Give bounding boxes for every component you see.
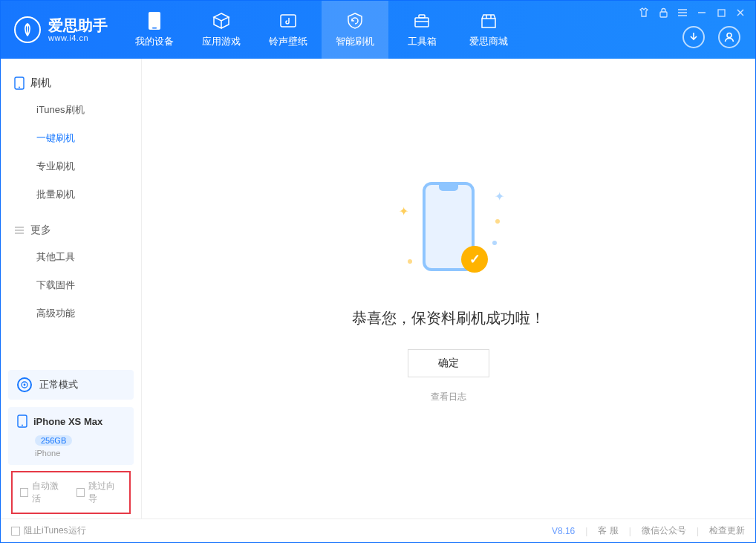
header-actions (682, 26, 740, 48)
checkbox-block-itunes[interactable]: 阻止iTunes运行 (11, 524, 86, 537)
sidebar-section-flash: 刷机 (1, 69, 141, 96)
sidebar-item-oneclick-flash[interactable]: 一键刷机 (1, 124, 141, 152)
version-label: V8.16 (552, 526, 575, 536)
svg-point-0 (26, 25, 28, 27)
footer-link-wechat[interactable]: 微信公众号 (642, 524, 686, 537)
footer-link-update[interactable]: 检查更新 (709, 524, 745, 537)
dot-icon (408, 259, 412, 264)
window-controls (638, 7, 746, 19)
download-button[interactable] (682, 26, 705, 48)
ok-button[interactable]: 确定 (408, 349, 489, 377)
checkbox-skip-guide[interactable]: 跳过向导 (76, 480, 123, 505)
sidebar-section-more: 更多 (1, 216, 141, 243)
svg-rect-2 (152, 27, 157, 29)
nav-tab-store[interactable]: 爱思商城 (455, 1, 522, 59)
nav-tab-my-device[interactable]: 我的设备 (121, 1, 188, 59)
mode-icon (17, 377, 32, 392)
nav-tab-apps[interactable]: 应用游戏 (188, 1, 255, 59)
maximize-button[interactable] (715, 7, 727, 19)
close-button[interactable] (734, 7, 746, 19)
svg-rect-1 (149, 12, 160, 30)
nav-tab-ringtones[interactable]: 铃声壁纸 (255, 1, 322, 59)
app-header: 爱思助手 www.i4.cn 我的设备 应用游戏 铃声壁纸 智能刷机 (1, 1, 755, 59)
app-url: www.i4.cn (48, 33, 108, 42)
nav-tab-flash[interactable]: 智能刷机 (322, 1, 388, 59)
checkbox-box-icon (11, 527, 20, 536)
svg-rect-3 (281, 15, 296, 27)
nav-tabs: 我的设备 应用游戏 铃声壁纸 智能刷机 工具箱 爱思商城 (121, 1, 522, 59)
mode-card[interactable]: 正常模式 (8, 370, 134, 400)
toolbox-icon (412, 11, 431, 30)
checkbox-box-icon (20, 488, 28, 497)
cube-icon (212, 11, 231, 30)
sidebar: 刷机 iTunes刷机 一键刷机 专业刷机 批量刷机 更多 其他工具 下载固件 … (1, 59, 142, 518)
shirt-icon[interactable] (638, 7, 650, 19)
sparkle-icon: ✦ (495, 189, 504, 204)
svg-point-17 (727, 33, 731, 38)
view-log-link[interactable]: 查看日志 (431, 391, 466, 403)
phone-icon (14, 77, 25, 90)
store-icon (479, 11, 498, 30)
main-content: ✦ ✦ ✓ 恭喜您，保资料刷机成功啦！ 确定 查看日志 (142, 59, 755, 518)
dot-icon (492, 241, 497, 245)
success-illustration: ✦ ✦ ✓ (393, 175, 504, 286)
highlighted-checkbox-row: 自动激活 跳过向导 (11, 471, 131, 514)
device-icon (145, 11, 164, 30)
footer-link-service[interactable]: 客 服 (598, 524, 618, 537)
svg-rect-4 (415, 18, 428, 27)
mode-label: 正常模式 (39, 378, 78, 391)
sidebar-item-download-firmware[interactable]: 下载固件 (1, 271, 141, 299)
svg-point-26 (22, 425, 23, 426)
device-phone-icon (17, 414, 27, 428)
logo-area: 爱思助手 www.i4.cn (1, 1, 121, 59)
sidebar-item-pro-flash[interactable]: 专业刷机 (1, 152, 141, 181)
svg-rect-14 (718, 10, 725, 16)
list-icon (14, 226, 25, 235)
app-name: 爱思助手 (48, 17, 108, 33)
device-card[interactable]: iPhone XS Max 256GB iPhone (8, 407, 134, 465)
checkbox-auto-activate[interactable]: 自动激活 (20, 480, 66, 505)
shield-refresh-icon (345, 11, 365, 30)
lock-icon[interactable] (657, 7, 669, 19)
user-button[interactable] (718, 26, 740, 48)
success-title: 恭喜您，保资料刷机成功啦！ (352, 308, 545, 328)
dot-icon (495, 219, 500, 224)
body-area: 刷机 iTunes刷机 一键刷机 专业刷机 批量刷机 更多 其他工具 下载固件 … (1, 59, 755, 518)
checkbox-box-icon (76, 488, 85, 497)
svg-point-24 (24, 384, 26, 386)
svg-point-19 (19, 87, 20, 88)
minimize-button[interactable] (696, 7, 708, 19)
music-folder-icon (278, 11, 298, 30)
svg-rect-9 (660, 12, 667, 17)
device-type: iPhone (35, 449, 125, 458)
svg-rect-5 (419, 15, 425, 18)
sidebar-item-itunes-flash[interactable]: iTunes刷机 (1, 96, 141, 124)
device-name: iPhone XS Max (33, 416, 102, 427)
sparkle-icon: ✦ (399, 204, 408, 218)
footer: 阻止iTunes运行 V8.16 | 客 服 | 微信公众号 | 检查更新 (1, 518, 755, 542)
check-badge-icon: ✓ (461, 246, 488, 273)
sidebar-item-batch-flash[interactable]: 批量刷机 (1, 181, 141, 209)
menu-icon[interactable] (677, 7, 688, 19)
device-storage: 256GB (35, 435, 72, 446)
logo-icon (14, 16, 41, 43)
sidebar-item-advanced[interactable]: 高级功能 (1, 299, 141, 328)
sidebar-item-other-tools[interactable]: 其他工具 (1, 243, 141, 271)
nav-tab-toolbox[interactable]: 工具箱 (388, 1, 455, 59)
